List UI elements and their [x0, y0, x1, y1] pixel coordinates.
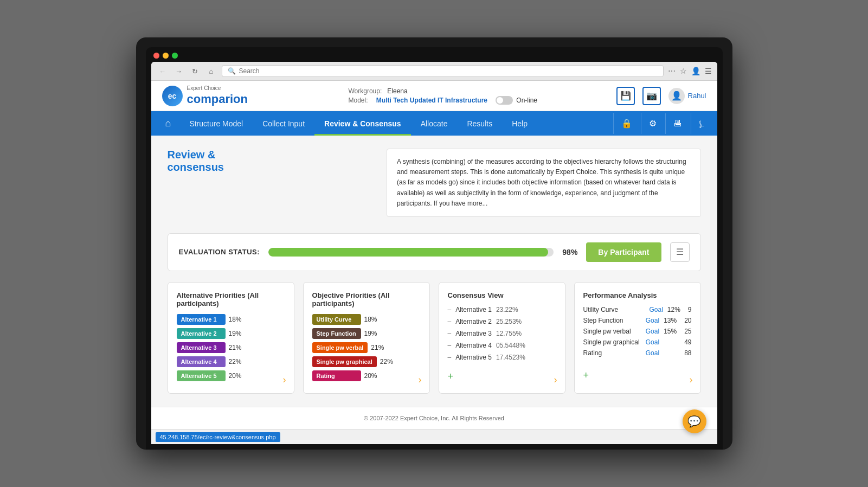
consensus-add-button[interactable]: +: [448, 371, 454, 382]
alt-pct-2: 19%: [229, 330, 242, 337]
description-box: A synthesis (combining) of the measures …: [387, 149, 701, 217]
online-label: On-line: [516, 97, 537, 104]
avatar: 👤: [668, 88, 685, 104]
nav-review-consensus[interactable]: Review & Consensus: [314, 112, 411, 136]
perf-num-4: 49: [684, 338, 691, 346]
obj-label-4: Single pw graphical: [312, 356, 377, 367]
alt-bar-5: Alternative 5 20%: [177, 370, 285, 381]
obj-priorities-bars: Utility Curve 18% Step Function 19% Sing…: [312, 314, 421, 381]
obj-priorities-arrow[interactable]: ›: [419, 374, 422, 386]
maximize-button[interactable]: [172, 53, 178, 59]
obj-bar-5: Rating 20%: [312, 370, 421, 381]
performance-items: Utility Curve Goal 12% 9 Step Function G…: [583, 306, 692, 357]
more-options-icon[interactable]: ⋯: [668, 67, 676, 75]
perf-pct-1: 12%: [667, 306, 684, 313]
menu-icon[interactable]: ☰: [705, 67, 712, 75]
consensus-arrow[interactable]: ›: [554, 374, 557, 386]
nav-allocate[interactable]: Allocate: [411, 112, 458, 136]
search-input[interactable]: [239, 67, 658, 75]
home-button[interactable]: ⌂: [205, 65, 217, 77]
app-header: ec Expert Choice comparion Workgroup: El…: [151, 81, 717, 111]
nav-actions: 🔒 ⚙ 🖶 ⍼: [613, 113, 712, 134]
chat-fab-button[interactable]: 💬: [683, 409, 706, 433]
obj-pct-3: 21%: [371, 344, 384, 351]
obj-label-1: Utility Curve: [312, 314, 361, 325]
consensus-alt-4: Alternative 4: [455, 342, 492, 349]
performance-arrow[interactable]: ›: [690, 374, 693, 386]
filter-settings-button[interactable]: ☰: [670, 242, 690, 262]
alt-label-4: Alternative 4: [177, 356, 226, 367]
nav-structure-model[interactable]: Structure Model: [179, 112, 253, 136]
alt-label-2: Alternative 2: [177, 328, 226, 339]
page-top: Review & consensus A synthesis (combinin…: [168, 149, 701, 228]
alt-pct-3: 21%: [229, 344, 242, 351]
cards-row: Alternative Priorities (All participants…: [168, 282, 701, 394]
obj-bar-3: Single pw verbal 21%: [312, 342, 421, 353]
performance-title: Performance Analysis: [583, 291, 692, 299]
nav-home-button[interactable]: ⌂: [157, 111, 180, 136]
perf-goal-1: Goal: [649, 306, 663, 313]
nav-action-2[interactable]: ⚙: [641, 113, 664, 134]
perf-goal-2: Goal: [646, 317, 659, 324]
online-toggle[interactable]: [496, 96, 513, 105]
nav-results[interactable]: Results: [457, 112, 502, 136]
user-name: Rahul: [688, 92, 706, 100]
url-status: 45.248.158.75/ec/rc-review&consensus.php: [156, 432, 280, 442]
back-button[interactable]: ←: [157, 65, 169, 77]
nav-collect-input[interactable]: Collect Input: [253, 112, 314, 136]
performance-add-button[interactable]: +: [583, 370, 589, 381]
nav-help[interactable]: Help: [502, 112, 537, 136]
user-area[interactable]: 👤 Rahul: [668, 88, 706, 104]
by-participant-button[interactable]: By Participant: [586, 242, 661, 262]
status-bar-container: 45.248.158.75/ec/rc-review&consensus.php: [151, 429, 717, 444]
evaluation-status-bar: EVALUATION STATUS: 98% By Participant ☰: [168, 233, 701, 271]
consensus-alt-2: Alternative 2: [455, 318, 492, 325]
perf-num-3: 25: [684, 328, 691, 335]
obj-bar-2: Step Function 19%: [312, 328, 421, 339]
alt-label-1: Alternative 1: [177, 314, 226, 325]
obj-pct-4: 22%: [380, 358, 393, 366]
perf-row-2: Step Function Goal 13% 20: [583, 317, 692, 324]
perf-goal-5: Goal: [646, 349, 659, 357]
obj-pct-1: 18%: [364, 316, 377, 323]
logo-icon: ec: [162, 86, 183, 106]
camera-icon[interactable]: 📷: [642, 87, 661, 105]
workgroup-value: Eleena: [387, 87, 407, 95]
obj-bar-1: Utility Curve 18%: [312, 314, 421, 325]
alt-priorities-title: Alternative Priorities (All participants…: [177, 291, 285, 307]
obj-pct-5: 20%: [364, 372, 377, 380]
consensus-alt-3: Alternative 3: [455, 330, 492, 337]
nav-action-3[interactable]: 🖶: [665, 113, 690, 134]
alt-pct-4: 22%: [229, 358, 242, 366]
obj-priorities-title: Objective Priorities (All participants): [312, 291, 421, 307]
alt-label-3: Alternative 3: [177, 342, 226, 353]
progress-fill: [268, 248, 548, 257]
perf-row-3: Single pw verbal Goal 15% 25: [583, 328, 692, 335]
model-value[interactable]: Multi Tech Updated IT Infrastructure: [376, 97, 487, 104]
address-bar[interactable]: 🔍: [222, 65, 664, 77]
minimize-button[interactable]: [163, 53, 169, 59]
bookmark-icon[interactable]: ☆: [680, 67, 687, 75]
export-icon[interactable]: 💾: [616, 87, 635, 105]
perf-num-1: 9: [688, 306, 692, 313]
user-profile-icon[interactable]: 👤: [691, 67, 700, 75]
nav-action-4[interactable]: ⍼: [691, 113, 712, 134]
close-button[interactable]: [153, 53, 159, 59]
perf-goal-4: Goal: [646, 338, 659, 346]
alt-bar-1: Alternative 1 18%: [177, 314, 285, 325]
workgroup-info: Workgroup: Eleena Model: Multi Tech Upda…: [348, 87, 537, 105]
obj-pct-2: 19%: [364, 330, 377, 337]
refresh-button[interactable]: ↻: [189, 65, 201, 77]
nav-action-1[interactable]: 🔒: [613, 113, 640, 134]
alt-pct-5: 20%: [229, 372, 242, 380]
perf-name-5: Rating: [583, 349, 646, 357]
perf-goal-3: Goal: [646, 328, 659, 335]
obj-label-5: Rating: [312, 370, 361, 381]
consensus-pct-1: 23.22%: [496, 306, 518, 313]
alt-priorities-arrow[interactable]: ›: [283, 374, 286, 386]
forward-button[interactable]: →: [173, 65, 185, 77]
logo-area: ec Expert Choice comparion: [162, 85, 248, 106]
alt-bar-4: Alternative 4 22%: [177, 356, 285, 367]
consensus-alt-5: Alternative 5: [455, 354, 492, 361]
consensus-pct-4: 05.5448%: [496, 342, 525, 349]
